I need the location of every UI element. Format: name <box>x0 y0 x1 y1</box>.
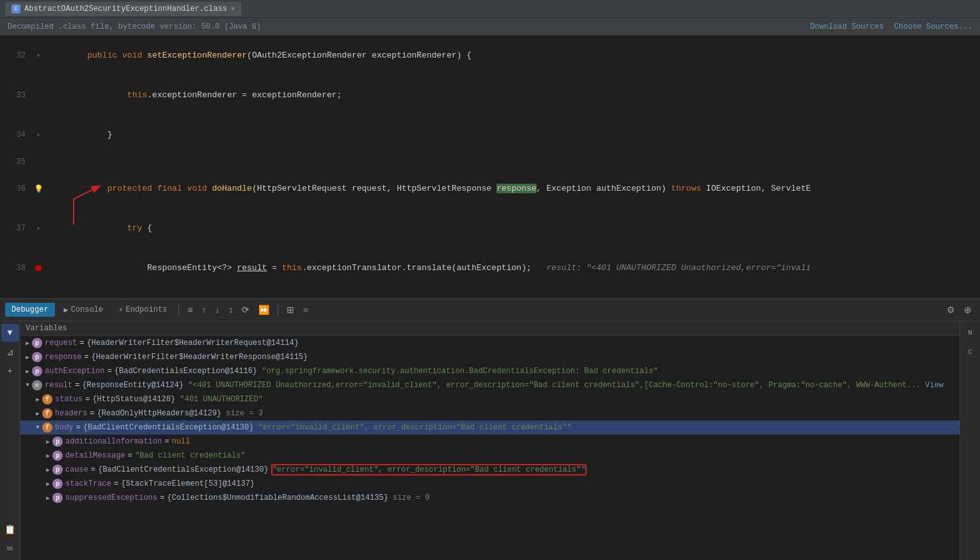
code-editor: 32 ▾ public void setExceptionRenderer(OA… <box>0 36 980 298</box>
expand-body[interactable]: ▼ <box>33 423 42 432</box>
type-icon-status: f <box>42 394 52 404</box>
expand-authexception[interactable]: ▶ <box>23 367 32 376</box>
var-value-result: {ResponseEntity@14124} "<401 UNAUTHORIZE… <box>82 381 944 390</box>
line-num-33: 33 <box>0 76 32 115</box>
choose-sources-link[interactable]: Choose Sources... <box>894 22 972 31</box>
var-row-request[interactable]: ▶ p request = {HeaderWriterFilter$Header… <box>20 336 960 350</box>
gutter-34: ▾ <box>32 115 45 155</box>
sidebar-btn-loop[interactable]: ∞ <box>1 540 19 557</box>
tab-endpoints[interactable]: ⚡ Endpoints <box>112 303 173 317</box>
toolbar-sep-2 <box>278 303 278 316</box>
expand-response[interactable]: ▶ <box>23 353 32 362</box>
var-row-additionalinfo[interactable]: ▶ p additionalInformation = null <box>20 435 960 449</box>
sidebar-btn-copy[interactable]: 📋 <box>1 520 19 538</box>
fold-icon-34[interactable]: ▾ <box>36 131 40 139</box>
line-num-37: 37 <box>0 209 32 248</box>
line-content-39: result = this.enhanceResponse(result, au… <box>45 288 980 298</box>
code-line-33: 33 this.exceptionRenderer = exceptionRen… <box>0 76 980 115</box>
download-sources-link[interactable]: Download Sources <box>810 22 883 31</box>
toolbar-btn-grid[interactable]: ⊞ <box>283 303 297 317</box>
var-row-stacktrace[interactable]: ▶ p stackTrace = {StackTraceElement[53]@… <box>20 477 960 491</box>
right-sidebar: N C <box>960 321 980 560</box>
expand-suppressedexceptions[interactable]: ▶ <box>43 493 52 502</box>
gutter-33 <box>32 76 45 115</box>
var-row-headers[interactable]: ▶ f headers = {ReadOnlyHttpHeaders@14129… <box>20 406 960 420</box>
toolbar-btn-step-over[interactable]: ↑ <box>198 303 209 317</box>
sidebar-btn-add[interactable]: + <box>1 362 19 380</box>
code-line-37: 37 ▾ try { <box>0 209 980 248</box>
line-content-32: public void setExceptionRenderer(OAuth2E… <box>45 36 980 76</box>
bulb-icon-36[interactable]: 💡 <box>34 184 43 194</box>
editor-tab[interactable]: C AbstractOAuth2SecurityExceptionHandler… <box>5 2 241 16</box>
var-name-body: body <box>55 423 74 432</box>
expand-request[interactable]: ▶ <box>23 339 32 348</box>
toolbar-btn-run-cursor[interactable]: ⟳ <box>239 303 253 317</box>
type-icon-detailmessage: p <box>52 451 63 461</box>
var-row-result[interactable]: ▼ ≡ result = {ResponseEntity@14124} "<40… <box>20 378 960 392</box>
tab-debugger[interactable]: Debugger <box>5 303 55 317</box>
var-name-suppressedexceptions: suppressedExceptions <box>65 493 157 502</box>
var-row-response[interactable]: ▶ p response = {HeaderWriterFilter$Heade… <box>20 350 960 364</box>
expand-stacktrace[interactable]: ▶ <box>43 479 52 488</box>
var-name-response: response <box>45 353 82 362</box>
toolbar-btn-globe[interactable]: ⊕ <box>961 303 975 317</box>
fold-icon-32[interactable]: ▾ <box>36 52 40 60</box>
code-line-35: 35 <box>0 155 980 169</box>
expand-result[interactable]: ▼ <box>23 381 32 390</box>
var-row-authexception[interactable]: ▶ p authException = {BadCredentialsExcep… <box>20 364 960 378</box>
var-name-authexception: authException <box>45 367 105 376</box>
expand-status[interactable]: ▶ <box>33 395 42 404</box>
toolbar-btn-resume[interactable]: ⏩ <box>255 303 273 317</box>
var-row-cause[interactable]: ▶ p cause = {BadClientCredentialsExcepti… <box>20 463 960 477</box>
type-icon-response: p <box>32 352 42 362</box>
right-btn-watches[interactable]: C <box>961 343 979 361</box>
toolbar-btn-step-out[interactable]: ↕ <box>225 303 236 317</box>
toolbar-btn-layout[interactable]: ≈ <box>300 303 312 317</box>
info-bar-links: Download Sources Choose Sources... <box>810 22 972 31</box>
var-value-suppressedexceptions: {Collections$UnmodifiableRandomAccessLis… <box>167 493 429 502</box>
line-num-39: 39 <box>0 288 32 298</box>
var-name-result: result <box>45 381 72 390</box>
variables-content[interactable]: ▶ p request = {HeaderWriterFilter$Header… <box>20 336 960 560</box>
tab-console[interactable]: ▶ Console <box>58 303 110 317</box>
toolbar-btn-step-into[interactable]: ↓ <box>212 303 223 317</box>
gutter-38 <box>32 248 45 288</box>
expand-headers[interactable]: ▶ <box>33 409 42 418</box>
fold-icon-37[interactable]: ▾ <box>36 225 40 232</box>
var-row-status[interactable]: ▶ f status = {HttpStatus@14128} "401 UNA… <box>20 392 960 406</box>
type-icon-authexception: p <box>32 366 42 376</box>
right-btn-1[interactable]: N <box>961 324 979 342</box>
line-content-35 <box>45 155 980 169</box>
code-line-38: 38 ResponseEntity<?> result = this.excep… <box>0 248 980 288</box>
tab-close-button[interactable]: × <box>231 5 235 13</box>
toolbar-sep-1 <box>178 303 179 316</box>
sidebar-btn-variables[interactable]: ▼ <box>1 324 19 342</box>
var-name-request: request <box>45 339 77 348</box>
type-icon-headers: f <box>42 408 52 419</box>
line-content-33: this.exceptionRenderer = exceptionRender… <box>45 76 980 115</box>
type-icon-stacktrace: p <box>52 479 63 489</box>
cause-highlight-box: "error="invalid_client", error_descripti… <box>271 464 587 476</box>
var-row-suppressedexceptions[interactable]: ▶ p suppressedExceptions = {Collections$… <box>20 491 960 505</box>
var-row-detailmessage[interactable]: ▶ p detailMessage = "Bad client credenti… <box>20 449 960 463</box>
type-icon-body: f <box>42 422 52 433</box>
debugger-toolbar: Debugger ▶ Console ⚡ Endpoints ≡ ↑ ↓ ↕ ⟳… <box>0 298 980 321</box>
line-content-37: try { <box>45 209 980 248</box>
var-name-stacktrace: stackTrace <box>65 479 111 488</box>
var-value-headers: {ReadOnlyHttpHeaders@14129} size = 3 <box>97 409 263 418</box>
code-lines: 32 ▾ public void setExceptionRenderer(OA… <box>0 36 980 298</box>
line-num-34: 34 <box>0 115 32 155</box>
var-value-additionalinfo: null <box>171 437 190 446</box>
sidebar-btn-filter[interactable]: ⊿ <box>1 343 19 361</box>
toolbar-btn-menu[interactable]: ≡ <box>184 303 196 317</box>
debug-sidebar: ▼ ⊿ + 📋 ∞ <box>0 321 20 560</box>
var-name-cause: cause <box>65 465 88 474</box>
expand-detailmessage[interactable]: ▶ <box>43 451 52 460</box>
breakpoint-38[interactable] <box>35 265 42 271</box>
type-icon-cause: p <box>52 465 63 475</box>
line-content-36: protected final void doHandle(HttpServle… <box>45 169 980 209</box>
toolbar-btn-settings[interactable]: ⚙ <box>944 303 958 317</box>
var-row-body[interactable]: ▼ f body = {BadClientCredentialsExceptio… <box>20 420 960 435</box>
expand-cause[interactable]: ▶ <box>43 465 52 474</box>
expand-additionalinfo[interactable]: ▶ <box>43 437 52 446</box>
